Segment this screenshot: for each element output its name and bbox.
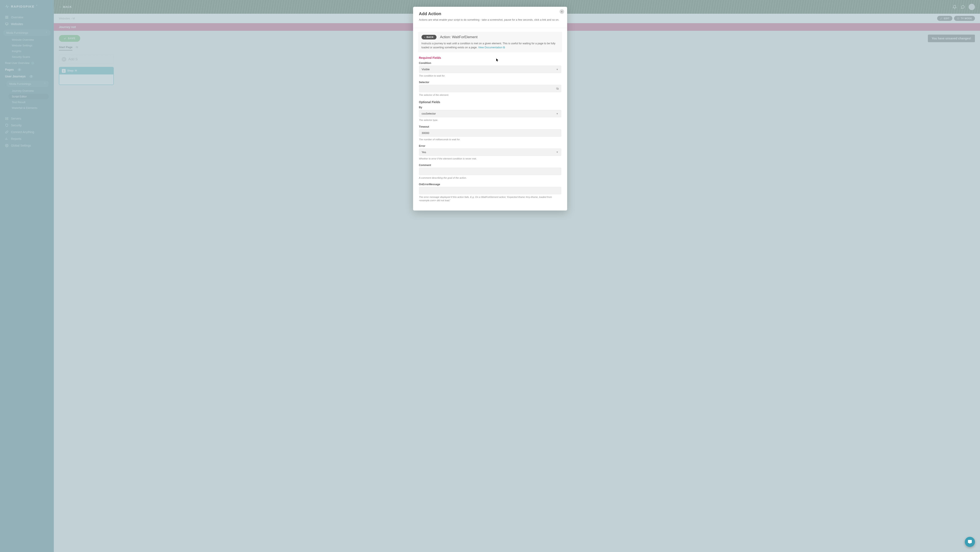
- field-timeout: Timeout The number of milliseconds to wa…: [419, 125, 561, 141]
- error-value: Yes: [422, 151, 426, 154]
- timeout-hint: The number of milliseconds to wait for.: [419, 138, 561, 141]
- close-icon: ✕: [561, 10, 563, 13]
- selector-hint: The selector of the element.: [419, 93, 561, 97]
- modal-subtitle: Actions are what enable your script to d…: [419, 18, 561, 22]
- external-link-icon: ⧉: [503, 46, 505, 49]
- comment-input[interactable]: [419, 168, 561, 175]
- action-back-button[interactable]: ‹ BACK: [422, 35, 437, 40]
- onerror-hint: The error message displayed if this acti…: [419, 195, 561, 202]
- condition-value: Visible: [422, 68, 430, 71]
- error-select[interactable]: Yes ▼: [419, 149, 561, 156]
- chevron-down-icon: ▼: [556, 113, 558, 115]
- condition-hint: The condition to wait for.: [419, 74, 561, 78]
- modal-close-button[interactable]: ✕: [560, 9, 564, 14]
- chat-widget-button[interactable]: [965, 537, 975, 547]
- field-error: Error Yes ▼ Whether to error if the elem…: [419, 144, 561, 160]
- action-head: ‹ BACK Action: WaitForElement: [422, 35, 559, 40]
- onerror-input[interactable]: [419, 187, 561, 194]
- condition-select[interactable]: Visible ▼: [419, 66, 561, 73]
- link-label: View Documentation: [478, 46, 502, 49]
- selector-label: Selector: [419, 81, 561, 84]
- modal: ✕ Add Action Actions are what enable you…: [413, 7, 567, 211]
- error-label: Error: [419, 144, 561, 148]
- divider: [413, 28, 567, 28]
- by-hint: The selector type.: [419, 118, 561, 122]
- view-documentation-link[interactable]: View Documentation ⧉: [478, 46, 505, 49]
- by-value: cssSelector: [422, 112, 436, 115]
- chat-bubble-icon: [967, 539, 972, 544]
- timeout-input[interactable]: [419, 129, 561, 137]
- form-section: Required Fields Condition Visible ▼ The …: [413, 52, 567, 211]
- optional-heading: Optional Fields: [419, 100, 561, 104]
- field-by: By cssSelector ▼ The selector type.: [419, 106, 561, 122]
- modal-title: Add Action: [419, 11, 561, 16]
- by-label: By: [419, 106, 561, 109]
- error-hint: Whether to error if the element conditio…: [419, 157, 561, 160]
- by-select[interactable]: cssSelector ▼: [419, 110, 561, 117]
- chevron-down-icon: ▼: [556, 68, 558, 71]
- modal-overlay[interactable]: ✕ Add Action Actions are what enable you…: [0, 0, 980, 552]
- select-element-icon[interactable]: [556, 87, 559, 90]
- modal-header: Add Action Actions are what enable your …: [413, 7, 567, 24]
- onerror-label: OnErrorMessage: [419, 183, 561, 186]
- action-box: ‹ BACK Action: WaitForElement Instructs …: [418, 32, 562, 52]
- chevron-down-icon: ▼: [556, 151, 558, 153]
- comment-hint: A comment describing the goal of the act…: [419, 176, 561, 179]
- field-comment: Comment A comment describing the goal of…: [419, 164, 561, 179]
- field-condition: Condition Visible ▼ The condition to wai…: [419, 62, 561, 78]
- chevron-left-icon: ‹: [425, 36, 425, 38]
- action-title: Action: WaitForElement: [440, 35, 477, 39]
- comment-label: Comment: [419, 164, 561, 167]
- field-onerror: OnErrorMessage The error message display…: [419, 183, 561, 202]
- field-selector: Selector The selector of the element.: [419, 81, 561, 97]
- svg-rect-13: [556, 88, 558, 89]
- action-description: Instructs a journey to wait until a cond…: [422, 41, 559, 49]
- condition-label: Condition: [419, 62, 561, 65]
- selector-input[interactable]: [419, 85, 561, 92]
- required-heading: Required Fields: [419, 56, 561, 59]
- action-back-label: BACK: [426, 36, 434, 38]
- timeout-label: Timeout: [419, 125, 561, 128]
